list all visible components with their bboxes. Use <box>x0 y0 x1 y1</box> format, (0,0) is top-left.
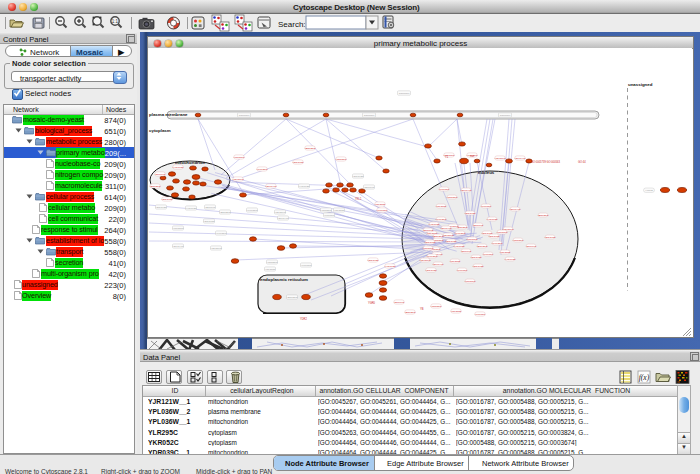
svg-text:YLR081W: YLR081W <box>422 247 434 250</box>
svg-text:YFL011W: YFL011W <box>439 188 451 191</box>
svg-text:f(x): f(x) <box>639 373 650 382</box>
svg-text:YKL038W: YKL038W <box>215 232 227 235</box>
svg-text:YNL318C: YNL318C <box>450 260 461 263</box>
svg-text:YEL069C: YEL069C <box>526 245 537 248</box>
svg-text:YOL156W: YOL156W <box>210 247 222 250</box>
svg-text:YKL038W: YKL038W <box>246 209 258 212</box>
svg-text:endoplasmic reticulum: endoplasmic reticulum <box>260 277 308 282</box>
svg-text:YFL011W: YFL011W <box>457 269 469 272</box>
svg-text:YDL194W: YDL194W <box>432 263 444 266</box>
svg-text:YDL194W: YDL194W <box>172 245 184 248</box>
svg-text:YBR020C: YBR020C <box>149 185 160 188</box>
svg-text:YDR342C: YDR342C <box>155 206 166 209</box>
svg-text:YNL318C: YNL318C <box>500 251 511 254</box>
svg-text:GO:44: GO:44 <box>578 160 586 164</box>
svg-text:YJR158W: YJR158W <box>512 239 524 242</box>
svg-text:YFL011W: YFL011W <box>324 214 336 217</box>
svg-text:YFL011W: YFL011W <box>301 264 313 267</box>
svg-text:YGR0: YGR0 <box>368 301 376 305</box>
svg-text:Y1: Y1 <box>445 155 449 159</box>
svg-text:YLR081W: YLR081W <box>233 156 245 159</box>
svg-text:YJR158W: YJR158W <box>430 305 442 308</box>
svg-text:nucleus: nucleus <box>478 170 495 175</box>
svg-text:YKL038W: YKL038W <box>491 242 503 245</box>
svg-text:YKL038W: YKL038W <box>256 168 268 171</box>
svg-text:YDR345C: YDR345C <box>488 235 499 238</box>
svg-text:1:1: 1:1 <box>112 19 119 24</box>
svg-text:YLR081W: YLR081W <box>496 231 508 234</box>
svg-text:YEL069C: YEL069C <box>155 173 166 176</box>
svg-text:YHR092C: YHR092C <box>453 245 464 248</box>
svg-text:Search:: Search: <box>278 20 306 29</box>
svg-text:YDL194W: YDL194W <box>440 227 452 230</box>
svg-text:YJR158W: YJR158W <box>320 209 332 212</box>
svg-text:YOL156W: YOL156W <box>442 234 454 237</box>
svg-text:YHR092C: YHR092C <box>428 223 439 226</box>
svg-text:YNL318C: YNL318C <box>451 310 462 313</box>
svg-text:YDR342C: YDR342C <box>472 265 483 268</box>
svg-text:mitochondrion: mitochondrion <box>175 160 206 165</box>
svg-text:YNL318C: YNL318C <box>375 203 386 206</box>
svg-text:YHR092C: YHR092C <box>504 258 515 261</box>
svg-text:YFL011W: YFL011W <box>483 253 495 256</box>
svg-text:YLR081W: YLR081W <box>466 238 478 241</box>
svg-text:unassigned: unassigned <box>628 82 653 87</box>
svg-text:YDL194W: YDL194W <box>265 185 277 188</box>
svg-text:YDL194W: YDL194W <box>460 189 472 192</box>
svg-text:YDR342C: YDR342C <box>470 256 481 259</box>
svg-text:YDR342C: YDR342C <box>425 269 436 272</box>
svg-text:YB: YB <box>420 307 424 311</box>
svg-text:GO:0005739 GO:000563: GO:0005739 GO:000563 <box>531 160 561 164</box>
svg-text:YDR342C: YDR342C <box>352 175 363 178</box>
svg-text:YDR2: YDR2 <box>300 317 307 321</box>
svg-text:YDR342C: YDR342C <box>464 212 475 215</box>
svg-text:YBR020C: YBR020C <box>404 311 415 314</box>
svg-text:YKR05: YKR05 <box>645 189 654 192</box>
svg-text:Saccharo: Saccharo <box>239 114 250 117</box>
svg-text:YEL069C: YEL069C <box>364 186 375 189</box>
svg-text:YHR092C: YHR092C <box>384 265 395 268</box>
svg-text:YBR020C: YBR020C <box>219 211 230 214</box>
svg-text:YDR342C: YDR342C <box>367 259 378 262</box>
svg-text:YFL011W: YFL011W <box>377 209 389 212</box>
svg-text:YNL318C: YNL318C <box>334 209 345 212</box>
svg-text:YFL011W: YFL011W <box>475 313 487 316</box>
svg-text:YKL038W: YKL038W <box>435 218 447 221</box>
svg-text:YEL069C: YEL069C <box>473 224 484 227</box>
svg-text:YJR158W: YJR158W <box>335 158 347 161</box>
svg-text:YNL318C: YNL318C <box>265 268 276 271</box>
svg-text:YKL038W: YKL038W <box>426 255 438 258</box>
svg-text:YHR092C: YHR092C <box>172 166 183 169</box>
svg-text:YJR158W: YJR158W <box>446 196 458 199</box>
svg-text:YEL069C: YEL069C <box>205 206 216 209</box>
svg-text:YDL194W: YDL194W <box>277 217 289 220</box>
svg-text:YBR020C: YBR020C <box>537 214 548 217</box>
svg-text:YDL194W: YDL194W <box>509 208 521 211</box>
svg-text:YEL069C: YEL069C <box>461 250 472 253</box>
svg-text:plasma membrane: plasma membrane <box>149 112 188 117</box>
svg-text:YOL156W: YOL156W <box>274 211 286 214</box>
svg-text:YDR345C: YDR345C <box>203 220 214 223</box>
svg-text:YHR092C: YHR092C <box>486 218 497 221</box>
svg-text:Saccharo: Saccharo <box>500 114 511 117</box>
svg-text:Saccharo: Saccharo <box>364 114 375 117</box>
svg-text:Saccharo: Saccharo <box>399 92 410 95</box>
svg-text:YHR092C: YHR092C <box>185 207 196 210</box>
svg-text:YJR158W: YJR158W <box>266 261 278 264</box>
svg-text:YNL318C: YNL318C <box>436 205 447 208</box>
svg-text:YEL069C: YEL069C <box>423 229 434 232</box>
svg-text:YDR345C: YDR345C <box>424 241 435 244</box>
svg-text:YFL011W: YFL011W <box>481 205 493 208</box>
svg-text:YKL038W: YKL038W <box>454 232 466 235</box>
svg-text:YHR092C: YHR092C <box>298 185 309 188</box>
svg-text:YDL194W: YDL194W <box>514 157 526 160</box>
svg-text:YDR345C: YDR345C <box>544 236 555 239</box>
svg-text:YDR342C: YDR342C <box>445 240 456 243</box>
svg-text:cytoplasm: cytoplasm <box>149 128 171 133</box>
svg-text:YOL156W: YOL156W <box>494 157 506 160</box>
svg-text:YDR345C: YDR345C <box>292 161 303 164</box>
svg-text:YBR020C: YBR020C <box>476 245 487 248</box>
svg-text:YBR020C: YBR020C <box>286 296 297 299</box>
svg-text:YDR345C: YDR345C <box>161 198 172 201</box>
svg-text:YBR020C: YBR020C <box>432 235 443 238</box>
